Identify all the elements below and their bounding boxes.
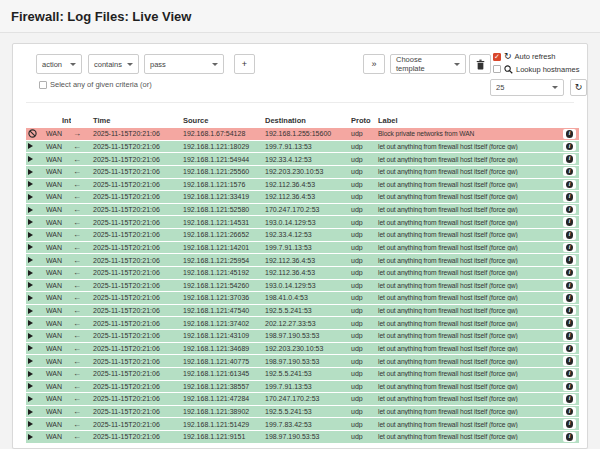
info-button[interactable]: i — [563, 167, 576, 177]
table-row[interactable]: WAN ← 2025-11-15T20:21:06 192.168.1.121:… — [26, 343, 579, 356]
apply-filter-button[interactable]: » — [363, 54, 385, 74]
table-row[interactable]: WAN ← 2025-11-15T20:21:06 192.168.1.121:… — [26, 204, 579, 217]
info-icon: i — [566, 143, 574, 151]
action-icon-cell — [26, 156, 44, 162]
proto-cell: udp — [349, 395, 376, 402]
label-cell: let out anything from firewall host itse… — [376, 257, 555, 264]
info-icon: i — [566, 370, 574, 378]
action-icon-cell — [26, 409, 44, 415]
proto-cell: udp — [349, 130, 376, 137]
info-button[interactable]: i — [563, 180, 576, 190]
info-button[interactable]: i — [563, 281, 576, 291]
pass-icon — [28, 282, 33, 288]
table-row[interactable]: WAN ← 2025-11-15T20:21:06 192.168.1.121:… — [26, 166, 579, 179]
destination-cell: 170.247.170.2:53 — [263, 206, 349, 213]
table-row[interactable]: WAN ← 2025-11-15T20:21:06 192.168.1.121:… — [26, 368, 579, 381]
info-button[interactable]: i — [563, 331, 576, 341]
info-cell: i — [555, 281, 579, 291]
info-button[interactable]: i — [563, 394, 576, 404]
info-icon: i — [566, 357, 574, 365]
info-button[interactable]: i — [563, 192, 576, 202]
table-row[interactable]: WAN ← 2025-11-15T20:21:06 192.168.1.121:… — [26, 418, 579, 431]
info-cell: i — [555, 419, 579, 429]
table-row[interactable]: WAN ← 2025-11-15T20:21:06 192.168.1.121:… — [26, 141, 579, 154]
table-row[interactable]: WAN ← 2025-11-15T20:21:06 192.168.1.121:… — [26, 330, 579, 343]
info-button[interactable]: i — [563, 205, 576, 215]
info-button[interactable]: i — [563, 129, 576, 139]
label-cell: let out anything from firewall host itse… — [376, 156, 555, 163]
interface-cell: WAN — [44, 408, 71, 415]
filter-field-select[interactable]: action — [36, 54, 82, 74]
trash-icon — [476, 59, 485, 70]
table-row[interactable]: WAN → 2025-11-15T20:21:06 192.168.1.67:5… — [26, 128, 579, 141]
direction-arrow-icon: ← — [71, 369, 91, 378]
template-select[interactable]: Choose template — [390, 54, 466, 74]
delete-template-button[interactable] — [469, 54, 491, 74]
info-button[interactable]: i — [563, 344, 576, 354]
table-row[interactable]: WAN ← 2025-11-15T20:21:06 192.168.1.121:… — [26, 355, 579, 368]
table-row[interactable]: WAN ← 2025-11-15T20:21:06 192.168.1.121:… — [26, 381, 579, 394]
table-row[interactable]: WAN ← 2025-11-15T20:21:06 192.168.1.121:… — [26, 242, 579, 255]
page-size-value: 25 — [496, 83, 504, 92]
info-button[interactable]: i — [563, 243, 576, 253]
info-icon: i — [566, 332, 574, 340]
page-size-select[interactable]: 25 — [490, 79, 564, 96]
info-button[interactable]: i — [563, 382, 576, 392]
auto-refresh-checkbox[interactable] — [493, 53, 501, 61]
info-button[interactable]: i — [563, 142, 576, 152]
table-row[interactable]: WAN ← 2025-11-15T20:21:06 192.168.1.121:… — [26, 305, 579, 318]
info-button[interactable]: i — [563, 268, 576, 278]
info-button[interactable]: i — [563, 306, 576, 316]
filter-condition-select[interactable]: contains — [88, 54, 139, 74]
table-row[interactable]: WAN ← 2025-11-15T20:21:06 192.168.1.121:… — [26, 153, 579, 166]
interface-cell: WAN — [44, 320, 71, 327]
info-icon: i — [566, 294, 574, 302]
interface-cell: WAN — [44, 168, 71, 175]
table-row[interactable]: WAN ← 2025-11-15T20:21:06 192.168.1.121:… — [26, 292, 579, 305]
table-row[interactable]: WAN ← 2025-11-15T20:21:06 192.168.1.121:… — [26, 393, 579, 406]
info-button[interactable]: i — [563, 318, 576, 328]
table-row[interactable]: WAN ← 2025-11-15T20:21:06 192.168.1.121:… — [26, 191, 579, 204]
pass-icon — [28, 244, 33, 250]
header-proto: Proto — [349, 116, 376, 125]
info-button[interactable]: i — [563, 230, 576, 240]
info-button[interactable]: i — [563, 255, 576, 265]
table-row[interactable]: WAN ← 2025-11-15T20:21:06 192.168.1.121:… — [26, 254, 579, 267]
table-row[interactable]: WAN ← 2025-11-15T20:21:06 192.168.1.121:… — [26, 280, 579, 293]
label-cell: let out anything from firewall host itse… — [376, 219, 555, 226]
table-row[interactable]: WAN ← 2025-11-15T20:21:06 192.168.1.121:… — [26, 431, 579, 444]
table-row[interactable]: WAN ← 2025-11-15T20:21:06 192.168.1.121:… — [26, 216, 579, 229]
destination-cell: 198.41.0.4:53 — [263, 294, 349, 301]
time-cell: 2025-11-15T20:21:06 — [91, 358, 181, 365]
pass-icon — [28, 232, 33, 238]
info-button[interactable]: i — [563, 217, 576, 227]
info-button[interactable]: i — [563, 356, 576, 366]
info-button[interactable]: i — [563, 369, 576, 379]
info-icon: i — [566, 244, 574, 252]
table-row[interactable]: WAN ← 2025-11-15T20:21:06 192.168.1.121:… — [26, 317, 579, 330]
lookup-hostnames-checkbox[interactable] — [493, 65, 501, 73]
action-icon-cell — [26, 371, 44, 377]
pass-icon — [28, 219, 33, 225]
proto-cell: udp — [349, 168, 376, 175]
table-header-row: Interface Time Source Destination Proto … — [26, 112, 579, 128]
table-row[interactable]: WAN ← 2025-11-15T20:21:06 192.168.1.121:… — [26, 229, 579, 242]
add-filter-button[interactable]: + — [234, 54, 255, 74]
label-cell: let out anything from firewall host itse… — [376, 370, 555, 377]
info-button[interactable]: i — [563, 432, 576, 442]
table-row[interactable]: WAN ← 2025-11-15T20:21:06 192.168.1.121:… — [26, 406, 579, 419]
proto-cell: udp — [349, 370, 376, 377]
refresh-button[interactable]: ↻ — [570, 79, 587, 96]
table-row[interactable]: WAN ← 2025-11-15T20:21:06 192.168.1.121:… — [26, 179, 579, 192]
source-cell: 192.168.1.121:45192 — [181, 269, 263, 276]
source-cell: 192.168.1.121:47540 — [181, 307, 263, 314]
interface-cell: WAN — [44, 282, 71, 289]
info-button[interactable]: i — [563, 419, 576, 429]
filter-value-select[interactable]: pass — [144, 54, 224, 74]
table-row[interactable]: WAN ← 2025-11-15T20:21:06 192.168.1.121:… — [26, 267, 579, 280]
info-button[interactable]: i — [563, 154, 576, 164]
or-criteria-checkbox[interactable] — [39, 81, 47, 89]
info-button[interactable]: i — [563, 407, 576, 417]
info-button[interactable]: i — [563, 293, 576, 303]
pass-icon — [28, 270, 33, 276]
